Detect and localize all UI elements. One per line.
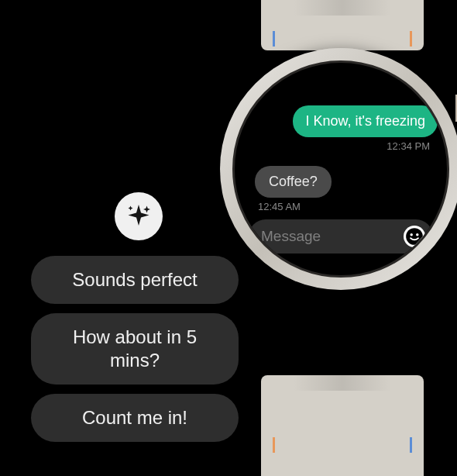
suggestion-label: Count me in! [82, 407, 187, 428]
message-text: I Know, it's freezing [305, 113, 425, 129]
message-input-row[interactable]: Message [249, 219, 433, 254]
svg-point-2 [410, 233, 412, 236]
watch-band-bottom [261, 375, 424, 476]
watch-case: I Know, it's freezing 12:34 PM Coffee? 1… [220, 48, 457, 290]
svg-point-3 [416, 233, 418, 236]
timestamp-outgoing: 12:34 PM [246, 140, 430, 152]
watch-band-top [261, 0, 424, 50]
suggestion-list: Sounds perfect How about in 5 mins? Coun… [31, 256, 239, 442]
smiley-icon [404, 226, 424, 247]
ai-sparkle-badge [115, 192, 163, 240]
message-input[interactable]: Message [261, 228, 404, 245]
watch-screen: I Know, it's freezing 12:34 PM Coffee? 1… [232, 60, 449, 278]
sparkle-icon [125, 202, 153, 230]
suggestion-label: Sounds perfect [72, 269, 197, 290]
timestamp-incoming: 12:45 AM [258, 201, 436, 212]
suggestion-chip[interactable]: Count me in! [31, 394, 239, 442]
suggestion-label: How about in 5 mins? [73, 326, 197, 371]
emoji-button[interactable] [404, 226, 425, 247]
message-outgoing[interactable]: I Know, it's freezing [293, 105, 438, 137]
suggestion-chip[interactable]: How about in 5 mins? [31, 313, 239, 385]
suggestion-chip[interactable]: Sounds perfect [31, 256, 239, 304]
message-incoming[interactable]: Coffee? [255, 166, 332, 198]
svg-point-1 [406, 228, 423, 245]
message-text: Coffee? [269, 174, 318, 189]
